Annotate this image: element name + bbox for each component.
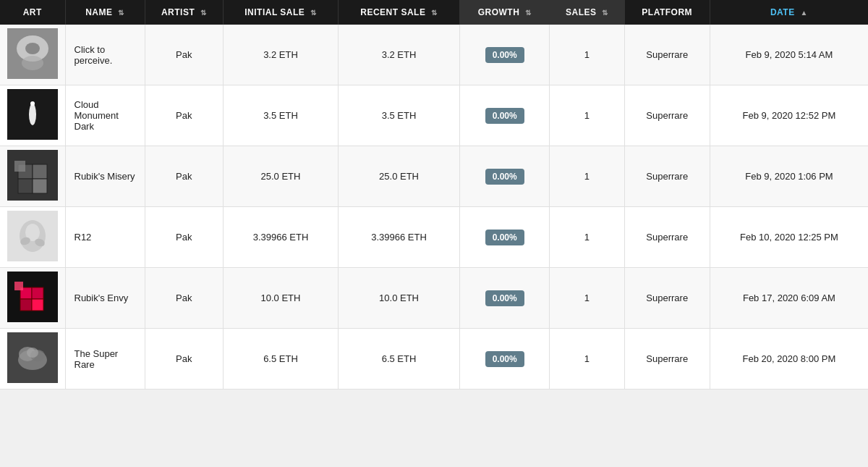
art-cell (0, 329, 65, 390)
svg-rect-23 (20, 299, 32, 311)
table-body: Click to perceive. Pak 3.2 ETH 3.2 ETH 0… (0, 25, 868, 390)
sales-cell: 1 (550, 146, 624, 207)
sales-cell: 1 (550, 329, 624, 390)
initial-sale-cell: 6.5 ETH (224, 329, 339, 390)
artist-cell: Pak (145, 207, 224, 268)
recent-sale-cell: 10.0 ETH (338, 268, 459, 329)
recent-sale-cell: 3.39966 ETH (338, 207, 459, 268)
art-cell (0, 207, 65, 268)
svg-rect-25 (14, 282, 23, 290)
recent-sale-cell: 3.5 ETH (338, 85, 459, 146)
sales-cell: 1 (550, 207, 624, 268)
col-header-artist[interactable]: ARTIST ⇅ (145, 0, 224, 25)
platform-cell: Superrare (624, 329, 710, 390)
artist-cell: Pak (145, 268, 224, 329)
name-cell: R12 (65, 207, 145, 268)
main-table-container: ART NAME ⇅ ARTIST ⇅ INITIAL SALE ⇅ RECEN… (0, 0, 868, 390)
col-header-growth[interactable]: GROWTH ⇅ (460, 0, 550, 25)
date-cell: Feb 10, 2020 12:25 PM (710, 207, 868, 268)
initial-sale-cell: 25.0 ETH (224, 146, 339, 207)
artist-cell: Pak (145, 25, 224, 85)
table-row: The Super Rare Pak 6.5 ETH 6.5 ETH 0.00%… (0, 329, 868, 390)
svg-point-4 (22, 56, 43, 70)
sort-arrows-growth: ⇅ (525, 9, 532, 17)
date-cell: Feb 17, 2020 6:09 AM (710, 268, 868, 329)
name-cell: Rubik's Envy (65, 268, 145, 329)
platform-cell: Superrare (624, 146, 710, 207)
svg-rect-22 (32, 287, 43, 299)
svg-rect-11 (33, 164, 47, 179)
growth-badge: 0.00% (485, 351, 524, 367)
platform-cell: Superrare (624, 85, 710, 146)
art-cell (0, 146, 65, 207)
growth-cell: 0.00% (460, 268, 550, 329)
artist-cell: Pak (145, 329, 224, 390)
art-cell (0, 25, 65, 85)
table-header-row: ART NAME ⇅ ARTIST ⇅ INITIAL SALE ⇅ RECEN… (0, 0, 868, 25)
sort-arrows-name: ⇅ (118, 9, 124, 17)
svg-point-8 (30, 101, 35, 106)
table-row: Click to perceive. Pak 3.2 ETH 3.2 ETH 0… (0, 25, 868, 85)
col-header-art: ART (0, 0, 65, 25)
recent-sale-cell: 25.0 ETH (338, 146, 459, 207)
table-row: Rubik's Envy Pak 10.0 ETH 10.0 ETH 0.00%… (0, 268, 868, 329)
growth-cell: 0.00% (460, 207, 550, 268)
sort-arrows-sales: ⇅ (602, 9, 608, 17)
sales-cell: 1 (550, 268, 624, 329)
platform-cell: Superrare (624, 25, 710, 85)
table-row: Cloud Monument Dark Pak 3.5 ETH 3.5 ETH … (0, 85, 868, 146)
growth-cell: 0.00% (460, 25, 550, 85)
sort-arrows-date: ▲ (801, 9, 808, 17)
svg-rect-14 (14, 161, 25, 172)
svg-point-7 (29, 104, 36, 125)
sort-arrows-initial-sale: ⇅ (310, 9, 317, 17)
date-cell: Feb 9, 2020 12:52 PM (710, 85, 868, 146)
date-cell: Feb 20, 2020 8:00 PM (710, 329, 868, 390)
art-cell (0, 268, 65, 329)
date-cell: Feb 9, 2020 5:14 AM (710, 25, 868, 85)
platform-cell: Superrare (624, 207, 710, 268)
growth-cell: 0.00% (460, 146, 550, 207)
growth-badge: 0.00% (485, 290, 524, 306)
col-header-initial-sale[interactable]: INITIAL SALE ⇅ (224, 0, 339, 25)
artist-cell: Pak (145, 85, 224, 146)
name-cell: Click to perceive. (65, 25, 145, 85)
art-cell (0, 85, 65, 146)
date-cell: Feb 9, 2020 1:06 PM (710, 146, 868, 207)
artist-cell: Pak (145, 146, 224, 207)
svg-point-30 (27, 348, 38, 358)
col-header-name[interactable]: NAME ⇅ (65, 0, 145, 25)
name-cell: The Super Rare (65, 329, 145, 390)
table-row: R12 Pak 3.39966 ETH 3.39966 ETH 0.00% 1 … (0, 207, 868, 268)
growth-badge: 0.00% (485, 169, 524, 185)
col-header-sales[interactable]: SALES ⇅ (550, 0, 624, 25)
table-row: Rubik's Misery Pak 25.0 ETH 25.0 ETH 0.0… (0, 146, 868, 207)
growth-cell: 0.00% (460, 85, 550, 146)
platform-cell: Superrare (624, 268, 710, 329)
name-cell: Cloud Monument Dark (65, 85, 145, 146)
growth-badge: 0.00% (485, 47, 524, 63)
svg-rect-24 (32, 299, 43, 311)
svg-rect-13 (33, 179, 47, 193)
nft-table: ART NAME ⇅ ARTIST ⇅ INITIAL SALE ⇅ RECEN… (0, 0, 868, 390)
growth-cell: 0.00% (460, 329, 550, 390)
recent-sale-cell: 3.2 ETH (338, 25, 459, 85)
recent-sale-cell: 6.5 ETH (338, 329, 459, 390)
initial-sale-cell: 3.39966 ETH (224, 207, 339, 268)
sales-cell: 1 (550, 85, 624, 146)
growth-badge: 0.00% (485, 108, 524, 124)
col-header-recent-sale[interactable]: RECENT SALE ⇅ (338, 0, 459, 25)
initial-sale-cell: 10.0 ETH (224, 268, 339, 329)
sort-arrows-recent-sale: ⇅ (431, 9, 438, 17)
col-header-date[interactable]: DATE ▲ (710, 0, 868, 25)
sales-cell: 1 (550, 25, 624, 85)
svg-point-3 (25, 43, 40, 54)
sort-arrows-artist: ⇅ (200, 9, 207, 17)
initial-sale-cell: 3.5 ETH (224, 85, 339, 146)
initial-sale-cell: 3.2 ETH (224, 25, 339, 85)
name-cell: Rubik's Misery (65, 146, 145, 207)
growth-badge: 0.00% (485, 230, 524, 245)
col-header-platform: PLATFORM (624, 0, 710, 25)
svg-rect-12 (18, 179, 33, 193)
